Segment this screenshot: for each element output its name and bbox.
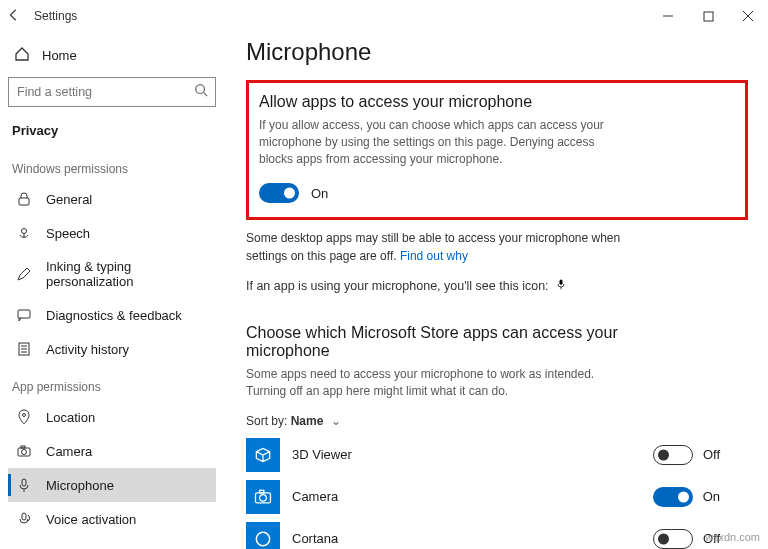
close-button[interactable] — [728, 0, 768, 32]
home-icon — [14, 46, 30, 65]
app-toggle-label: Off — [703, 447, 720, 462]
app-toggle-cortana[interactable] — [653, 529, 693, 549]
window-title: Settings — [34, 9, 77, 23]
nav-label: Microphone — [46, 478, 114, 493]
svg-point-4 — [196, 85, 205, 94]
svg-point-15 — [22, 450, 27, 455]
chevron-down-icon: ⌄ — [331, 414, 341, 428]
section-header-windows: Windows permissions — [8, 148, 216, 182]
nav-label: Location — [46, 410, 95, 425]
app-toggle-label: On — [703, 489, 720, 504]
nav-inking[interactable]: Inking & typing personalization — [8, 250, 216, 298]
location-icon — [16, 409, 32, 425]
svg-point-7 — [22, 229, 27, 234]
microphone-icon — [16, 477, 32, 493]
category-heading: Privacy — [8, 119, 216, 148]
nav-voice-activation[interactable]: Voice activation — [8, 502, 216, 536]
app-name: Cortana — [292, 531, 653, 546]
app-item-cortana: Cortana Off — [246, 522, 748, 549]
svg-rect-22 — [260, 490, 264, 493]
app-toggle-3d-viewer[interactable] — [653, 445, 693, 465]
home-label: Home — [42, 48, 77, 63]
find-out-why-link[interactable]: Find out why — [400, 249, 468, 263]
nav-label: Speech — [46, 226, 90, 241]
titlebar: Settings — [0, 0, 768, 32]
nav-label: Camera — [46, 444, 92, 459]
nav-speech[interactable]: Speech — [8, 216, 216, 250]
app-icon-cortana — [246, 522, 280, 549]
arrow-left-icon — [7, 8, 21, 22]
left-pane: Home Privacy Windows permissions General… — [0, 32, 224, 549]
allow-apps-heading: Allow apps to access your microphone — [259, 93, 731, 111]
allow-apps-toggle-label: On — [311, 186, 328, 201]
watermark: wsxdn.com — [705, 531, 760, 543]
svg-rect-8 — [18, 310, 30, 318]
search-container — [8, 77, 216, 107]
app-icon-camera — [246, 480, 280, 514]
svg-line-5 — [204, 93, 208, 97]
app-toggle-camera[interactable] — [653, 487, 693, 507]
home-nav[interactable]: Home — [8, 40, 216, 71]
nav-activity[interactable]: Activity history — [8, 332, 216, 366]
app-item-camera: Camera On — [246, 480, 748, 514]
maximize-icon — [703, 11, 714, 22]
sort-value: Name — [291, 414, 324, 428]
minimize-button[interactable] — [648, 0, 688, 32]
nav-general[interactable]: General — [8, 182, 216, 216]
app-name: Camera — [292, 489, 653, 504]
svg-point-21 — [260, 494, 267, 501]
svg-rect-1 — [704, 12, 713, 21]
nav-camera[interactable]: Camera — [8, 434, 216, 468]
svg-rect-16 — [21, 446, 25, 448]
svg-point-23 — [256, 532, 269, 545]
lock-icon — [16, 191, 32, 207]
desktop-apps-note: Some desktop apps may still be able to a… — [246, 230, 656, 265]
choose-apps-description: Some apps need to access your microphone… — [246, 366, 606, 400]
feedback-icon — [16, 307, 32, 323]
content-pane: Microphone Allow apps to access your mic… — [224, 32, 768, 549]
voice-icon — [16, 511, 32, 527]
using-mic-note: If an app is using your microphone, you'… — [246, 277, 748, 294]
nav-diagnostics[interactable]: Diagnostics & feedback — [8, 298, 216, 332]
nav-label: Voice activation — [46, 512, 136, 527]
svg-point-13 — [23, 414, 26, 417]
pen-icon — [16, 266, 32, 282]
highlight-box: Allow apps to access your microphone If … — [246, 80, 748, 220]
svg-rect-6 — [19, 198, 29, 205]
choose-apps-heading: Choose which Microsoft Store apps can ac… — [246, 324, 626, 360]
svg-rect-17 — [22, 479, 26, 486]
app-item-3d-viewer: 3D Viewer Off — [246, 438, 748, 472]
back-button[interactable] — [0, 8, 28, 25]
speech-icon — [16, 225, 32, 241]
nav-label: Activity history — [46, 342, 129, 357]
nav-label: General — [46, 192, 92, 207]
svg-rect-19 — [559, 280, 562, 285]
search-input[interactable] — [8, 77, 216, 107]
minimize-icon — [662, 10, 674, 22]
nav-location[interactable]: Location — [8, 400, 216, 434]
nav-label: Diagnostics & feedback — [46, 308, 182, 323]
history-icon — [16, 341, 32, 357]
microphone-indicator-icon — [555, 277, 567, 294]
app-icon-3d-viewer — [246, 438, 280, 472]
svg-rect-18 — [22, 513, 26, 520]
section-header-app: App permissions — [8, 366, 216, 400]
camera-icon — [16, 443, 32, 459]
page-title: Microphone — [246, 38, 748, 66]
search-icon — [194, 83, 208, 100]
nav-label: Inking & typing personalization — [46, 259, 208, 289]
app-name: 3D Viewer — [292, 447, 653, 462]
allow-apps-description: If you allow access, you can choose whic… — [259, 117, 619, 167]
close-icon — [742, 10, 754, 22]
sort-by-control[interactable]: Sort by: Name ⌄ — [246, 414, 748, 428]
maximize-button[interactable] — [688, 0, 728, 32]
allow-apps-toggle[interactable] — [259, 183, 299, 203]
nav-microphone[interactable]: Microphone — [8, 468, 216, 502]
